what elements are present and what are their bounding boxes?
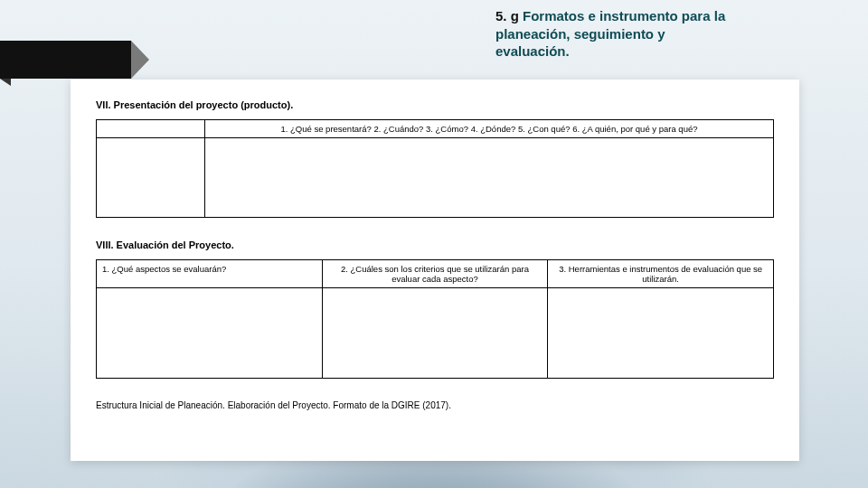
section-vii-heading: VII. Presentación del proyecto (producto… <box>96 99 774 110</box>
table-row <box>97 138 774 218</box>
table-header-col2: 2. ¿Cuáles son los criterios que se util… <box>322 260 548 288</box>
table-evaluacion: 1. ¿Qué aspectos se evaluarán? 2. ¿Cuále… <box>96 259 774 379</box>
table-cell-questions: 1. ¿Qué se presentará? 2. ¿Cuándo? 3. ¿C… <box>205 120 774 138</box>
slide-ribbon <box>0 32 163 86</box>
footer-note: Estructura Inicial de Planeación. Elabor… <box>96 400 774 410</box>
title-prefix: 5. g <box>495 8 519 23</box>
table-cell-blank <box>205 138 774 218</box>
table-cell-blank <box>548 288 774 379</box>
table-row <box>97 288 774 379</box>
table-header-col1: 1. ¿Qué aspectos se evaluarán? <box>97 260 323 288</box>
document-page: VII. Presentación del proyecto (producto… <box>71 80 799 461</box>
table-cell-blank <box>322 288 548 379</box>
table-presentacion: 1. ¿Qué se presentará? 2. ¿Cuándo? 3. ¿C… <box>96 119 774 218</box>
table-row: 1. ¿Qué se presentará? 2. ¿Cuándo? 3. ¿C… <box>97 120 774 138</box>
page-title: 5. g Formatos e instrumento para la plan… <box>495 7 731 61</box>
table-cell-blank <box>97 288 323 379</box>
table-cell-blank <box>97 120 205 138</box>
table-cell-blank <box>97 138 205 218</box>
table-row: 1. ¿Qué aspectos se evaluarán? 2. ¿Cuále… <box>97 260 774 288</box>
table-header-col3: 3. Herramientas e instrumentos de evalua… <box>548 260 774 288</box>
title-rest: Formatos e instrumento para la planeació… <box>495 8 725 59</box>
section-viii-heading: VIII. Evaluación del Proyecto. <box>96 239 774 250</box>
